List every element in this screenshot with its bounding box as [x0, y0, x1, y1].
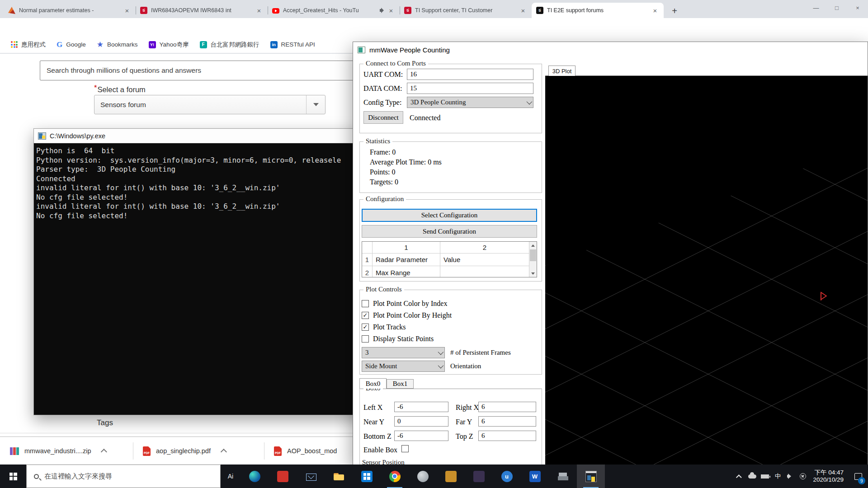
dropdown-arrow-icon[interactable] — [306, 95, 325, 114]
tab-ti-support-center[interactable]: ti TI Support center, TI Customer — [400, 3, 532, 18]
tab-3d-plot[interactable]: 3D Plot — [548, 66, 576, 76]
ime-indicator[interactable]: 中 — [771, 465, 784, 488]
taskbar-word[interactable]: W — [521, 465, 549, 488]
tab-normal-parameter-estimates[interactable]: Normal parameter estimates - — [4, 3, 136, 18]
checkbox-plot-point-color-by-height[interactable]: Plot Point Color By Height — [362, 311, 452, 320]
far-y-label: Far Y — [456, 418, 472, 426]
taskbar-store[interactable] — [353, 465, 381, 488]
column-header[interactable]: 2 — [440, 242, 529, 253]
maximize-button[interactable]: □ — [826, 0, 847, 15]
tab-close-icon[interactable] — [519, 6, 527, 14]
tab-ti-e2e-support-forums[interactable]: ti TI E2E support forums — [532, 3, 664, 18]
right-x-input[interactable] — [478, 402, 536, 412]
new-tab-button[interactable]: + — [668, 5, 681, 17]
close-button[interactable]: × — [847, 0, 868, 15]
onedrive-cloud-icon[interactable] — [746, 465, 759, 488]
top-z-input[interactable] — [478, 431, 536, 441]
tab-title: Accept_Greatest_Hits - YouTu — [283, 7, 378, 14]
chevron-up-icon[interactable] — [101, 449, 107, 455]
near-y-input[interactable] — [394, 416, 448, 427]
select-configuration-button[interactable]: Select Configuration — [362, 209, 537, 222]
checkbox[interactable] — [362, 300, 369, 307]
taskbar-pen-button[interactable]: Ai — [221, 465, 241, 488]
taskbar-clock[interactable]: 下午 04:47 2020/10/29 — [813, 469, 844, 483]
config-type-dropdown[interactable]: 3D People Counting — [407, 97, 533, 108]
tray-chevron-up-icon[interactable] — [733, 465, 746, 488]
left-x-input[interactable] — [394, 402, 448, 412]
fax-machine-icon — [557, 471, 569, 482]
persistent-frames-dropdown[interactable]: 3 — [362, 347, 445, 358]
star-icon: ★ — [97, 40, 104, 49]
sync-error-icon[interactable] — [797, 465, 809, 488]
taskbar-red-app[interactable] — [269, 465, 297, 488]
table-row[interactable]: 2 Max Range — [362, 266, 537, 277]
taskbar-dark-app[interactable] — [465, 465, 493, 488]
battery-icon[interactable] — [759, 465, 771, 488]
tab-audio-icon[interactable] — [380, 8, 386, 13]
far-y-input[interactable] — [478, 416, 536, 427]
taskbar-python-gui-active[interactable] — [577, 465, 605, 488]
tab-close-icon[interactable] — [387, 6, 395, 14]
data-com-label: DATA COM: — [363, 84, 402, 93]
group-legend: Connect to Com Ports — [363, 60, 428, 67]
checkbox[interactable] — [362, 324, 369, 331]
mmwave-people-counting-window: mmWave People Counting Connect to Com Po… — [353, 42, 868, 465]
mmwave-title-bar[interactable]: mmWave People Counting — [353, 42, 868, 57]
scrollbar-thumb[interactable] — [530, 249, 536, 261]
taskbar-file-explorer[interactable] — [325, 465, 353, 488]
chevron-up-icon[interactable] — [221, 449, 227, 455]
checkbox[interactable] — [362, 312, 369, 319]
uart-com-input[interactable] — [407, 69, 533, 80]
tab-close-icon[interactable] — [255, 6, 263, 14]
send-configuration-button[interactable]: Send Configuration — [362, 225, 537, 238]
dark-app-icon — [473, 471, 485, 482]
bookmark-apps[interactable]: 應用程式 — [11, 41, 46, 49]
scroll-up-icon[interactable] — [529, 242, 537, 249]
bookmark-fubon-bank[interactable]: F 台北富邦網路銀行 — [200, 41, 259, 49]
enable-box-checkbox[interactable] — [401, 445, 409, 452]
taskbar-fax[interactable] — [549, 465, 577, 488]
forum-dropdown[interactable]: Sensors forum — [94, 95, 326, 114]
checkbox-display-static-points[interactable]: Display Static Points — [362, 334, 434, 343]
taskbar-amber-app[interactable] — [437, 465, 465, 488]
tab-youtube[interactable]: Accept_Greatest_Hits - YouTu — [268, 3, 400, 18]
bookmark-yahoo[interactable]: Y! Yahoo奇摩 — [149, 41, 189, 49]
orientation-dropdown[interactable]: Side Mount — [362, 361, 445, 372]
bookmark-google[interactable]: G Google — [57, 40, 86, 49]
tab-iwr6843aopevm[interactable]: ti IWR6843AOPEVM IWR6843 int — [136, 3, 268, 18]
3d-plot-area[interactable] — [545, 75, 868, 465]
download-item[interactable]: PDF AOP_boost_mod — [274, 437, 337, 465]
taskbar-chrome[interactable] — [381, 465, 409, 488]
scroll-down-icon[interactable] — [529, 270, 537, 277]
apps-grid-icon — [11, 41, 18, 48]
tab-close-icon[interactable] — [123, 6, 131, 14]
bookmark-bookmarks-folder[interactable]: ★ Bookmarks — [97, 40, 138, 49]
taskbar-search[interactable]: 在這裡輸入文字來搜尋 — [26, 465, 221, 488]
download-item[interactable]: mmwave_industri....zip — [10, 437, 107, 465]
word-icon: W — [529, 471, 541, 482]
tab-close-icon[interactable] — [651, 6, 659, 14]
taskbar-search-placeholder: 在這裡輸入文字來搜尋 — [44, 472, 112, 481]
taskbar-u-app[interactable]: u — [493, 465, 521, 488]
checkbox-plot-point-color-by-index[interactable]: Plot Point Color by Index — [362, 299, 447, 308]
bottom-z-input[interactable] — [394, 431, 448, 441]
minimize-button[interactable]: — — [806, 0, 826, 15]
disconnect-button[interactable]: Disconnect — [363, 111, 403, 124]
tab-box0[interactable]: Box0 — [359, 378, 387, 389]
checkbox[interactable] — [362, 335, 369, 343]
table-row[interactable]: 1 Radar Parameter Value — [362, 253, 537, 266]
taskbar-gray-app[interactable] — [409, 465, 437, 488]
taskbar-edge[interactable] — [241, 465, 269, 488]
column-header[interactable]: 1 — [372, 242, 440, 253]
bookmark-restful-api[interactable]: in RESTful API — [270, 41, 315, 48]
checkbox-plot-tracks[interactable]: Plot Tracks — [362, 323, 406, 332]
table-scrollbar[interactable] — [529, 242, 537, 277]
data-com-input[interactable] — [407, 83, 533, 94]
tab-box1[interactable]: Box1 — [387, 379, 414, 389]
start-button[interactable] — [0, 465, 26, 488]
volume-icon[interactable] — [784, 465, 797, 488]
taskbar-mail[interactable] — [297, 465, 325, 488]
download-item[interactable]: PDF aop_singlechip.pdf — [143, 437, 227, 465]
action-center-button[interactable]: 9 — [848, 465, 868, 488]
bank-icon: F — [200, 41, 207, 48]
